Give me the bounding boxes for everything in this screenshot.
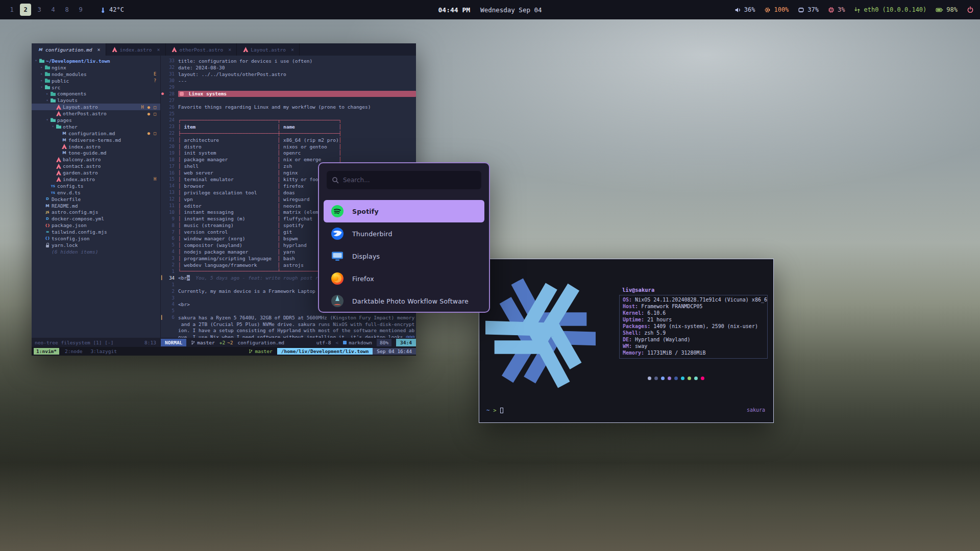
tree-item-readme-md[interactable]: README.md [32,203,160,209]
workspace-9[interactable]: 9 [75,4,86,16]
workspace-2-active[interactable]: 2 [20,4,31,16]
volume-module[interactable]: 36% [734,6,755,13]
buffer-line[interactable]: ●28 Linux systems [161,90,416,97]
fetch-info-de: DE: Hyprland (Wayland) [623,337,767,343]
buffer-line[interactable]: 32date: 2024-08-30 [161,64,416,71]
buffer-text: Linux systems [178,91,416,97]
tree-item-yarn-lock[interactable]: yarn.lock [32,242,160,248]
tree-item-otherpost-astro[interactable]: otherPost.astro● □ [32,110,160,117]
workspace-8[interactable]: 8 [61,4,72,16]
buffer-line[interactable]: ▎6sakura has a Ryzen 5 7640U, 32GB of DD… [161,314,416,321]
buffer-line[interactable]: 30--- [161,78,416,84]
file-tree[interactable]: ▾~/Development/liv.town▸nginx▸node_modul… [32,56,161,338]
close-icon[interactable] [157,47,160,53]
buffer-statusline: NORMAL master +2~2 configuration.md utf-… [161,339,416,346]
search-input[interactable] [343,177,476,184]
launcher-item-firefox[interactable]: Firefox [324,267,484,290]
launcher-search[interactable] [327,171,481,189]
buffer-line[interactable]: 33title: configuration for devices i use… [161,58,416,64]
network-module[interactable]: eth0 (10.0.0.140) [854,6,926,13]
buffer-line[interactable]: 29 [161,84,416,91]
tree-item-config-ts[interactable]: config.ts [32,183,160,189]
battery-module[interactable]: 98% [936,6,958,13]
buffer-line[interactable]: 31layout: ../../layouts/otherPost.astro [161,71,416,78]
tree-item-layout-astro[interactable]: Layout.astroH ● □ [32,104,160,110]
buffer-line[interactable]: ove. I use Nix when I need software with… [161,334,416,338]
tailwind-icon [45,230,50,235]
launcher-item-displays[interactable]: Displays [324,245,484,267]
tree-item-label: Dockerfile [52,196,81,202]
shell-prompt[interactable]: ~ > [486,407,503,413]
buffer-line[interactable]: 23│ item │ name │ [161,123,416,130]
buffer-line[interactable]: 19│ init system │ openrc │ [161,149,416,156]
line-number: 7 [164,230,175,235]
tree-item-env-d-ts[interactable]: env.d.ts [32,189,160,196]
tab-layout-astro[interactable]: Layout.astro [237,43,300,56]
tree-item-label: otherPost.astro [63,111,107,116]
buffer-line[interactable]: 24┌─────────────────────────────────┬───… [161,117,416,123]
tree-item-layouts[interactable]: ▾layouts [32,97,160,104]
tmux-window-3-lazygit[interactable]: 3:lazygit [88,348,119,355]
buffer-line[interactable]: and a 2TB (Crucial P5 Plus) NVMe drive. … [161,321,416,328]
close-icon[interactable] [291,47,294,53]
tree-item-node-modules[interactable]: ▸node_modulesE [32,71,160,78]
tab-otherpost-astro[interactable]: otherPost.astro [166,43,237,56]
tab-index-astro[interactable]: index.astro [106,43,166,56]
tree-item-configuration-md[interactable]: configuration.md● □ [32,130,160,137]
buffer-line[interactable]: 25 [161,110,416,117]
memory-module[interactable]: 37% [798,6,819,13]
workspace-4[interactable]: 4 [47,4,59,16]
tmux-window-2-node[interactable]: 2:node [62,348,85,355]
terminal-cursor [500,408,503,413]
buffer-line[interactable]: 27 [161,97,416,104]
tree-item-package-json[interactable]: package.json [32,222,160,229]
buffer-line[interactable]: 20│ distro │ nixos or gentoo │ [161,143,416,150]
tab-configuration-md[interactable]: configuration.md [32,43,106,56]
tree-item-pages[interactable]: ▾pages [32,117,160,123]
close-icon[interactable] [228,47,231,53]
tree-item-docker-compose-yml[interactable]: docker-compose.yml [32,215,160,222]
launcher-item-thunderbird[interactable]: Thunderbird [324,222,484,245]
tree-item-other[interactable]: ▾other [32,123,160,130]
workspace-3[interactable]: 3 [34,4,45,16]
tree-item-astro-config-mjs[interactable]: astro.config.mjs [32,209,160,215]
tree-item-label: garden.astro [63,170,98,176]
tree-item-fediverse-terms-md[interactable]: fediverse-terms.md [32,137,160,143]
line-number: 19 [164,151,175,156]
tree-item-garden-astro[interactable]: garden.astro [32,169,160,176]
tree-item-tailwind-config-mjs[interactable]: tailwind.config.mjs [32,229,160,235]
tree-item-src[interactable]: ▾src [32,84,160,91]
app-launcher: Spotify Thunderbird Displays Firefox Dar… [318,162,490,313]
workspace-1[interactable]: 1 [6,4,17,16]
close-icon[interactable] [97,47,101,53]
git-status-marks: ● □ [148,131,157,136]
palette-dot [694,377,698,380]
line-number: 2 [164,289,175,294]
fetch-info-list: OS: NixOS 24.11.20240828.71e91c4 (Vicuna… [619,295,768,359]
tree-item-6-hidden-items[interactable]: (6 hidden items) [32,248,160,255]
tree-item-index-astro[interactable]: index.astroH [32,176,160,183]
tree-item-development-liv-town[interactable]: ▾~/Development/liv.town [32,58,160,64]
temperature-module[interactable]: 42°C [100,6,124,13]
brightness-module[interactable]: 100% [764,6,789,13]
buffer-line[interactable]: 22├─────────────────────────────────┼───… [161,130,416,137]
tree-item-contact-astro[interactable]: contact.astro [32,163,160,169]
tree-item-tsconfig-json[interactable]: tsconfig.json [32,235,160,242]
buffer-line[interactable]: 21│ architecture │ x86_64 (rip m2 pro)│ [161,137,416,143]
typescript-icon [51,183,56,188]
tree-item-components[interactable]: ▸components [32,90,160,97]
terminal-fetch-window[interactable]: liv@sakura OS: NixOS 24.11.20240828.71e9… [479,259,774,423]
cpu-module[interactable]: 3% [828,6,845,13]
tmux-window-1-nvim[interactable]: 1:nvim* [34,348,59,355]
tree-item-tone-guide-md[interactable]: tone-guide.md [32,149,160,156]
launcher-item-spotify[interactable]: Spotify [324,200,484,222]
buffer-line[interactable]: ion. I have a setup consisting of Hyprla… [161,328,416,334]
tree-item-index-astro[interactable]: index.astro [32,143,160,150]
tree-item-balcony-astro[interactable]: balcony.astro [32,156,160,163]
tree-item-dockerfile[interactable]: Dockerfile [32,196,160,203]
power-button[interactable] [967,6,974,13]
buffer-line[interactable]: 26Favorite things regarding Linux and my… [161,104,416,110]
tree-item-public[interactable]: ▸public? [32,78,160,84]
launcher-item-darktable[interactable]: Darktable Photo Workflow Software [324,290,484,312]
tree-item-nginx[interactable]: ▸nginx [32,64,160,71]
